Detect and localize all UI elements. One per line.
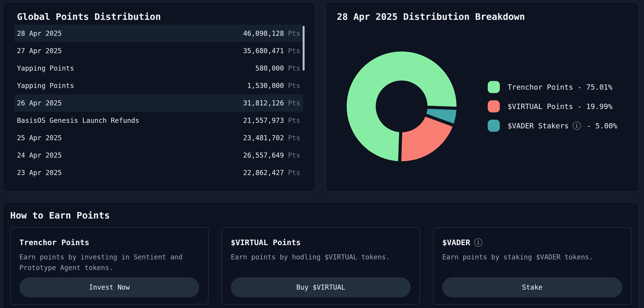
points-row-label: 23 Apr 2025: [17, 169, 62, 177]
chart-legend: Trenchor Points - 75.01%$VIRTUAL Points …: [488, 77, 617, 135]
legend-item: Trenchor Points - 75.01%: [488, 77, 617, 97]
points-row-value: 31,812,126 Pts: [243, 99, 300, 107]
earn-card-title: $VIRTUAL Points: [231, 237, 301, 248]
points-row[interactable]: 28 Apr 202546,098,128 Pts: [14, 25, 303, 42]
points-row-value: 35,680,471 Pts: [243, 47, 300, 55]
points-row-value: 22,862,427 Pts: [243, 169, 300, 177]
global-points-title: Global Points Distribution: [17, 11, 303, 22]
points-row-label: 28 Apr 2025: [17, 29, 62, 37]
earn-card: Trenchor PointsEarn points by investing …: [10, 227, 208, 305]
earn-card-description: Earn points by staking $VADER tokens.: [442, 252, 622, 263]
points-row[interactable]: 25 Apr 202523,481,702 Pts: [14, 129, 303, 146]
earn-card-button[interactable]: Buy $VIRTUAL: [231, 277, 411, 297]
how-to-earn-panel: How to Earn Points Trenchor PointsEarn p…: [2, 202, 639, 308]
points-row[interactable]: Yapping Points580,000 Pts: [14, 59, 303, 77]
legend-swatch: [488, 120, 500, 132]
earn-cards: Trenchor PointsEarn points by investing …: [10, 227, 632, 305]
points-row-value: 1,530,000 Pts: [247, 82, 300, 90]
how-to-earn-title: How to Earn Points: [10, 210, 632, 221]
legend-label: $VADER Stakersi - 5.00%: [508, 122, 617, 130]
donut-chart: [345, 49, 458, 163]
scrollbar-thumb[interactable]: [303, 26, 304, 71]
earn-card-description: Earn points by hodling $VIRTUAL tokens.: [231, 252, 411, 263]
points-row-value: 26,557,649 Pts: [243, 151, 300, 159]
points-list: 28 Apr 202546,098,128 Pts27 Apr 202535,6…: [14, 25, 303, 181]
legend-item: $VADER Stakersi - 5.00%: [488, 116, 617, 135]
points-row-value: 46,098,128 Pts: [243, 29, 300, 37]
earn-card-title: Trenchor Points: [19, 237, 89, 248]
info-icon[interactable]: i: [573, 122, 581, 130]
legend-swatch: [488, 100, 500, 112]
earn-card-title: $VADER: [442, 237, 470, 248]
points-row[interactable]: 23 Apr 202522,862,427 Pts: [14, 164, 303, 181]
earn-card-description: Earn points by investing in Sentient and…: [19, 252, 199, 273]
points-row-label: 26 Apr 2025: [17, 99, 62, 107]
points-row-label: 24 Apr 2025: [17, 151, 62, 159]
earn-card: $VIRTUAL PointsEarn points by hodling $V…: [222, 227, 420, 305]
legend-label: Trenchor Points - 75.01%: [508, 83, 612, 91]
legend-swatch: [488, 81, 500, 93]
points-row[interactable]: 24 Apr 202526,557,649 Pts: [14, 146, 303, 164]
donut-hole: [376, 80, 428, 132]
points-row-label: 27 Apr 2025: [17, 47, 62, 55]
earn-card-button[interactable]: Stake: [442, 277, 622, 297]
breakdown-title: 28 Apr 2025 Distribution Breakdown: [337, 11, 628, 22]
points-row-value: 23,481,702 Pts: [243, 134, 300, 142]
points-row-label: Yapping Points: [17, 64, 74, 72]
points-row-label: Yapping Points: [17, 82, 74, 90]
points-row-value: 21,557,973 Pts: [243, 116, 300, 124]
earn-card-button[interactable]: Invest Now: [19, 277, 199, 297]
points-row-label: 25 Apr 2025: [17, 134, 62, 142]
points-row[interactable]: 27 Apr 202535,680,471 Pts: [14, 42, 303, 59]
slice-gap: [424, 107, 458, 108]
legend-item: $VIRTUAL Points - 19.99%: [488, 97, 617, 116]
legend-label: $VIRTUAL Points - 19.99%: [508, 102, 612, 111]
points-row[interactable]: BasisOS Genesis Launch Refunds21,557,973…: [14, 112, 303, 129]
global-points-panel: Global Points Distribution 28 Apr 202546…: [2, 2, 315, 192]
points-row-value: 580,000 Pts: [256, 64, 300, 72]
points-row[interactable]: Yapping Points1,530,000 Pts: [14, 77, 303, 94]
distribution-breakdown-panel: 28 Apr 2025 Distribution Breakdown Trenc…: [326, 2, 639, 192]
info-icon[interactable]: i: [474, 238, 482, 247]
earn-card: $VADERiEarn points by staking $VADER tok…: [433, 227, 632, 305]
points-row-label: BasisOS Genesis Launch Refunds: [17, 116, 139, 124]
slice-gap: [400, 129, 401, 163]
points-row[interactable]: 26 Apr 202531,812,126 Pts: [14, 94, 303, 112]
